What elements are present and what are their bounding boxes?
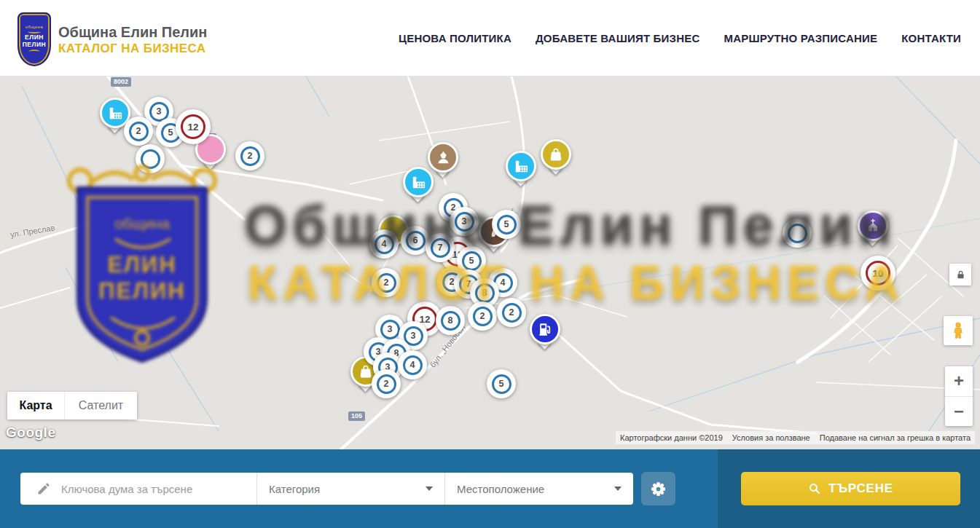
attribution-link[interactable]: Подаване на сигнал за грешка в картата (820, 433, 971, 442)
advanced-options-button[interactable] (641, 472, 675, 505)
satellite-type-button[interactable]: Сателит (64, 392, 137, 419)
factory-icon (513, 158, 530, 175)
crest-line2: ПЕЛИН (23, 41, 47, 48)
crest-top-text: община (26, 25, 44, 30)
worker-icon (435, 149, 452, 166)
cluster-marker[interactable]: 2 (124, 117, 153, 146)
logo-subtitle: КАТАЛОГ НА БИЗНЕСА (58, 41, 207, 56)
cluster-count: 5 (462, 251, 482, 271)
gear-icon (650, 481, 667, 497)
main-nav: ЦЕНОВА ПОЛИТИКАДОБАВЕТЕ ВАШИЯТ БИЗНЕСМАР… (399, 0, 961, 76)
search-button[interactable]: ТЪРСЕНЕ (741, 472, 960, 505)
attribution-text: Картографски данни ©2019 (620, 433, 723, 442)
zoom-in-button[interactable]: + (945, 366, 973, 397)
category-pin-factory[interactable] (402, 167, 434, 209)
cluster-marker[interactable]: 2 (468, 302, 497, 331)
search-icon (808, 482, 821, 495)
category-select[interactable]: Категория (257, 473, 445, 505)
cluster-count: 2 (377, 374, 396, 394)
category-pin-church[interactable] (857, 210, 889, 253)
category-pin-factory[interactable] (505, 151, 537, 193)
cluster-marker[interactable]: 12 (176, 109, 211, 144)
cluster-count: 4 (375, 235, 394, 254)
cluster-marker[interactable]: 2 (235, 141, 264, 170)
cluster-marker[interactable]: 5 (492, 210, 521, 239)
padlock-icon (955, 269, 966, 280)
zoom-out-button[interactable]: − (945, 397, 973, 427)
fuel-icon (537, 321, 553, 337)
bag-icon (548, 146, 564, 162)
cluster-count: 3 (455, 212, 474, 232)
cluster-count: 2 (502, 303, 522, 323)
lock-button[interactable] (949, 264, 971, 285)
cluster-marker[interactable] (783, 218, 812, 248)
location-select[interactable]: Местоположение (445, 473, 633, 505)
pegman-icon (949, 321, 968, 340)
crest-line1: ЕЛИН (25, 34, 44, 41)
nav-item-add-business[interactable]: ДОБАВЕТЕ ВАШИЯТ БИЗНЕС (536, 32, 699, 44)
cluster-count: 8 (441, 311, 460, 331)
cluster-marker[interactable]: 2 (372, 369, 401, 398)
pin-head (506, 151, 536, 181)
attribution-link[interactable]: Условия за ползване (732, 433, 810, 442)
factory-icon (410, 174, 427, 191)
cluster-count (141, 149, 160, 169)
cluster-marker[interactable]: 3 (450, 207, 479, 236)
keyword-section (20, 473, 257, 505)
google-logo[interactable]: Google (6, 425, 55, 441)
nav-item-contacts[interactable]: КОНТАКТИ (901, 32, 961, 44)
cluster-count: 8 (475, 283, 495, 303)
cluster-count: 12 (181, 114, 205, 139)
cluster-count: 2 (240, 146, 260, 166)
cluster-marker[interactable]: 4 (369, 229, 399, 259)
chevron-down-icon (614, 486, 622, 491)
cluster-count: 2 (473, 307, 493, 326)
cluster-count: 3 (380, 320, 400, 339)
category-value: Категория (269, 483, 320, 495)
search-input-group: Категория Местоположение (20, 473, 633, 505)
cluster-marker[interactable]: 8 (436, 306, 465, 335)
nav-item-pricing[interactable]: ЦЕНОВА ПОЛИТИКА (399, 32, 511, 44)
pegman-button[interactable] (944, 316, 973, 345)
pin-head (858, 210, 888, 241)
cluster-count: 6 (406, 231, 426, 251)
keyword-input[interactable] (61, 483, 236, 495)
cluster-marker[interactable]: 5 (487, 369, 516, 398)
cluster-count: 5 (492, 374, 511, 394)
cluster-count: 2 (377, 273, 396, 293)
crest-ornament-bottom (28, 50, 40, 54)
cluster-marker[interactable]: 2 (372, 268, 401, 297)
cluster-count: 2 (129, 122, 149, 141)
cluster-marker[interactable]: 2 (497, 298, 526, 327)
cluster-marker[interactable]: 10 (861, 256, 895, 291)
pin-head (541, 139, 571, 170)
page: община ЕЛИН ПЕЛИН Община Елин Пелин КАТА… (0, 0, 980, 528)
cluster-marker[interactable] (136, 144, 165, 173)
pin-head (530, 314, 560, 344)
cluster-count (788, 224, 807, 243)
search-button-label: ТЪРСЕНЕ (828, 481, 893, 496)
chevron-down-icon (426, 486, 433, 491)
site-logo[interactable]: община ЕЛИН ПЕЛИН Община Елин Пелин КАТА… (17, 12, 207, 66)
category-pin-bag[interactable] (540, 139, 572, 181)
location-value: Местоположение (457, 483, 544, 495)
cluster-marker[interactable]: 7 (426, 233, 455, 262)
logo-text: Община Елин Пелин КАТАЛОГ НА БИЗНЕСА (58, 23, 207, 56)
category-pin-fuel[interactable] (529, 314, 561, 356)
pin-head (403, 167, 434, 197)
map-type-control: Карта Сателит (7, 392, 137, 419)
cluster-count: 5 (497, 215, 517, 235)
cluster-count: 10 (866, 261, 890, 285)
cluster-marker[interactable]: 4 (398, 350, 427, 379)
municipality-crest-icon: община ЕЛИН ПЕЛИН (17, 12, 51, 66)
factory-icon (107, 105, 124, 122)
map-canvas[interactable]: ул. Преславбул. „Новоселци" 8002105 3251… (0, 76, 980, 449)
pencil-icon (36, 481, 51, 496)
cluster-count: 4 (403, 355, 423, 375)
header: община ЕЛИН ПЕЛИН Община Елин Пелин КАТА… (0, 0, 980, 76)
map-type-button[interactable]: Карта (7, 392, 64, 419)
logo-title: Община Елин Пелин (58, 23, 207, 41)
search-bar: Категория Местоположение (0, 449, 980, 528)
marker-layer: 32512223564137522748128223338342510 (0, 76, 980, 449)
nav-item-route-schedule[interactable]: МАРШРУТНО РАЗПИСАНИЕ (724, 32, 877, 44)
